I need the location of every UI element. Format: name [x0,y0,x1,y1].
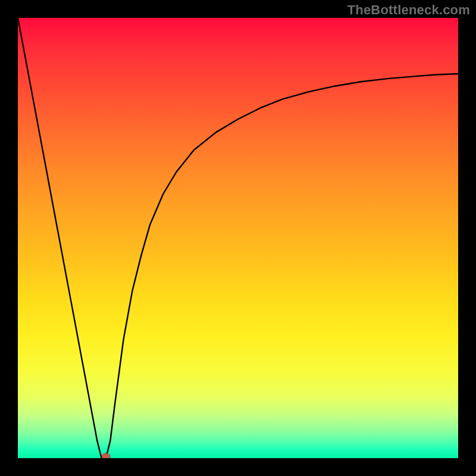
watermark-text: TheBottleneck.com [347,2,470,18]
curve-svg [18,18,458,458]
optimum-marker [102,453,110,458]
bottleneck-curve [18,18,458,458]
chart-frame: TheBottleneck.com [0,0,476,476]
plot-area [18,18,458,458]
